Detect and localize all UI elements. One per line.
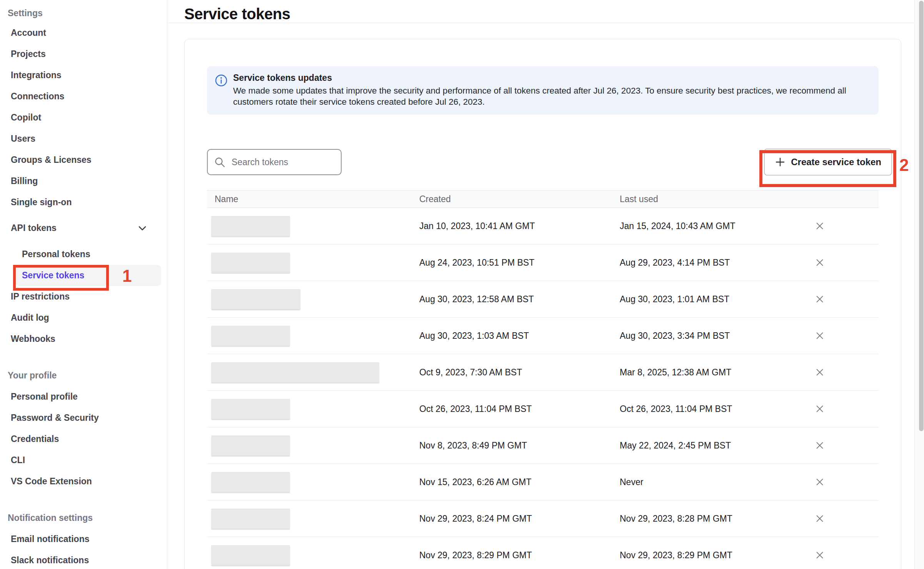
cell-last-used: May 22, 2024, 2:45 PM BST — [620, 440, 804, 451]
cell-created: Nov 29, 2023, 8:29 PM GMT — [419, 550, 620, 561]
toolbar: Create service token — [185, 149, 901, 176]
sidebar-item-webhooks[interactable]: Webhooks — [0, 328, 167, 350]
create-button-label: Create service token — [791, 157, 881, 167]
cell-actions — [804, 256, 879, 269]
sidebar-section-header: Your profile — [0, 365, 167, 386]
table-row: Jan 10, 2023, 10:41 AM GMTJan 15, 2024, … — [207, 208, 879, 244]
sidebar-item-password-security[interactable]: Password & Security — [0, 407, 167, 428]
table-body: Jan 10, 2023, 10:41 AM GMTJan 15, 2024, … — [207, 208, 879, 569]
name-redacted-placeholder — [211, 216, 290, 236]
sidebar-item-label: Copilot — [11, 112, 41, 123]
table-header: Name Created Last used — [207, 190, 879, 208]
table-row: Aug 24, 2023, 10:51 PM BSTAug 29, 2023, … — [207, 244, 879, 281]
cell-actions — [804, 549, 879, 562]
info-banner: Service tokens updates We made some upda… — [207, 66, 879, 115]
sidebar-item-label: Personal profile — [11, 392, 78, 402]
sidebar-item-api-tokens[interactable]: API tokens — [0, 218, 167, 239]
sidebar-item-service-tokens[interactable]: Service tokens — [15, 265, 161, 286]
sidebar-item-label: Billing — [11, 176, 38, 186]
name-redacted-placeholder — [211, 362, 379, 382]
banner-body: We made some updates that improve the se… — [233, 85, 868, 107]
close-icon[interactable] — [813, 512, 826, 525]
table-row: Oct 9, 2023, 7:30 AM BSTMar 8, 2025, 12:… — [207, 354, 879, 391]
cell-actions — [804, 329, 879, 342]
sidebar-item-connections[interactable]: Connections — [0, 86, 167, 107]
cell-name — [207, 472, 419, 492]
sidebar-item-billing[interactable]: Billing — [0, 171, 167, 192]
cell-created: Nov 29, 2023, 8:24 PM GMT — [419, 514, 620, 524]
close-icon[interactable] — [813, 475, 826, 489]
close-icon[interactable] — [813, 439, 826, 452]
sidebar-item-account[interactable]: Account — [0, 22, 167, 44]
sidebar-item-vs-code-extension[interactable]: VS Code Extension — [0, 471, 167, 492]
cell-created: Nov 15, 2023, 6:26 AM GMT — [419, 477, 620, 487]
search-icon — [214, 156, 226, 169]
name-redacted-placeholder — [211, 509, 290, 529]
sidebar-item-label: Email notifications — [11, 534, 89, 544]
sidebar-item-projects[interactable]: Projects — [0, 44, 167, 65]
cell-last-used: Aug 30, 2023, 1:01 AM BST — [620, 294, 804, 305]
sidebar-item-single-sign-on[interactable]: Single sign-on — [0, 192, 167, 213]
close-icon[interactable] — [813, 329, 826, 342]
cell-name — [207, 435, 419, 455]
sidebar-item-label: Slack notifications — [11, 555, 89, 566]
cell-last-used: Aug 30, 2023, 3:34 PM BST — [620, 331, 804, 341]
sidebar-item-label: Webhooks — [11, 334, 55, 344]
sidebar-item-personal-tokens[interactable]: Personal tokens — [0, 244, 167, 265]
sidebar-item-label: Users — [11, 134, 35, 144]
cell-created: Aug 30, 2023, 1:03 AM BST — [419, 331, 620, 341]
close-icon[interactable] — [813, 366, 826, 379]
sidebar-item-personal-profile[interactable]: Personal profile — [0, 386, 167, 407]
sidebar-item-cli[interactable]: CLI — [0, 450, 167, 471]
close-icon[interactable] — [813, 256, 826, 269]
tokens-table: Name Created Last used Jan 10, 2023, 10:… — [207, 190, 879, 569]
sidebar-item-copilot[interactable]: Copilot — [0, 107, 167, 128]
settings-sidebar: SettingsAccountProjectsIntegrationsConne… — [0, 0, 167, 569]
sidebar-item-slack-notifications[interactable]: Slack notifications — [0, 550, 167, 569]
sidebar-item-label: CLI — [11, 455, 25, 465]
cell-name — [207, 545, 419, 565]
sidebar-group: API tokensPersonal tokensService tokens — [0, 218, 167, 286]
column-header-created: Created — [419, 194, 620, 204]
name-redacted-placeholder — [211, 289, 300, 309]
table-row: Aug 30, 2023, 12:58 AM BSTAug 30, 2023, … — [207, 281, 879, 318]
sidebar-item-users[interactable]: Users — [0, 128, 167, 149]
scrollbar-track[interactable] — [914, 0, 924, 569]
cell-actions — [804, 475, 879, 489]
name-redacted-placeholder — [211, 253, 290, 273]
cell-created: Aug 24, 2023, 10:51 PM BST — [419, 258, 620, 268]
chevron-down-icon — [137, 223, 148, 234]
search-input[interactable] — [207, 149, 342, 175]
cell-actions — [804, 512, 879, 525]
name-redacted-placeholder — [211, 435, 290, 455]
sidebar-item-label: Audit log — [11, 313, 49, 323]
sidebar-item-audit-log[interactable]: Audit log — [0, 307, 167, 328]
info-icon — [215, 74, 228, 87]
cell-name — [207, 362, 419, 382]
name-redacted-placeholder — [211, 545, 290, 565]
sidebar-item-label: Service tokens — [22, 270, 84, 281]
create-service-token-button[interactable]: Create service token — [764, 149, 892, 176]
sidebar-item-label: Connections — [11, 91, 64, 102]
close-icon[interactable] — [813, 219, 826, 233]
scrollbar-thumb[interactable] — [919, 1, 924, 431]
sidebar-item-credentials[interactable]: Credentials — [0, 428, 167, 450]
cell-actions — [804, 402, 879, 415]
cell-last-used: Oct 26, 2023, 11:04 PM BST — [620, 404, 804, 414]
sidebar-item-label: Personal tokens — [22, 249, 90, 259]
cell-name — [207, 326, 419, 346]
cell-actions — [804, 439, 879, 452]
close-icon[interactable] — [813, 293, 826, 306]
cell-last-used: Nov 29, 2023, 8:29 PM GMT — [620, 550, 804, 561]
sidebar-item-email-notifications[interactable]: Email notifications — [0, 529, 167, 550]
table-row: Oct 26, 2023, 11:04 PM BSTOct 26, 2023, … — [207, 391, 879, 427]
sidebar-item-groups-licenses[interactable]: Groups & Licenses — [0, 149, 167, 171]
table-row: Nov 29, 2023, 8:29 PM GMTNov 29, 2023, 8… — [207, 537, 879, 569]
close-icon[interactable] — [813, 549, 826, 562]
sidebar-item-integrations[interactable]: Integrations — [0, 65, 167, 86]
cell-actions — [804, 219, 879, 233]
close-icon[interactable] — [813, 402, 826, 415]
cell-name — [207, 399, 419, 419]
sidebar-item-ip-restrictions[interactable]: IP restrictions — [0, 286, 167, 307]
cell-name — [207, 216, 419, 236]
